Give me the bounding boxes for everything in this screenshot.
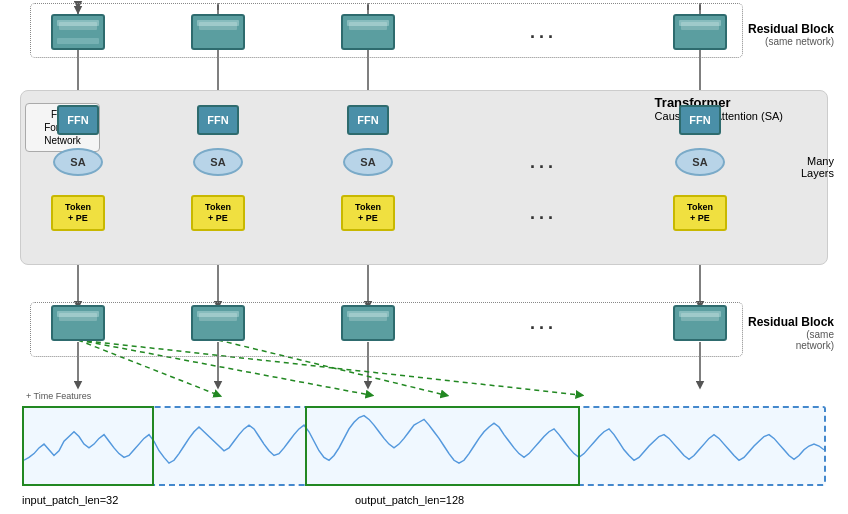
bottom-teal-box-2: [191, 305, 245, 341]
sa-oval-2: SA: [193, 148, 243, 176]
top-teal-box-1: [51, 14, 105, 50]
ffn-box-4: FFN: [679, 105, 721, 135]
sa-oval-3: SA: [343, 148, 393, 176]
ffn-box-3: FFN: [347, 105, 389, 135]
bottom-teal-box-4: [673, 305, 727, 341]
token-pe-2: Token + PE: [191, 195, 245, 231]
token-dots: ...: [530, 203, 557, 224]
token-pe-4: Token + PE: [673, 195, 727, 231]
bottom-teal-box-1: [51, 305, 105, 341]
top-teal-box-2: [191, 14, 245, 50]
chart-area: [22, 406, 826, 486]
token-pe-1: Token + PE: [51, 195, 105, 231]
top-dots: ...: [530, 22, 557, 43]
ffn-box-2: FFN: [197, 105, 239, 135]
chart-svg: [24, 408, 824, 484]
bottom-residual-label: Residual Block (samenetwork): [748, 315, 834, 351]
top-teal-box-4: [673, 14, 727, 50]
time-features-label: + Time Features: [26, 391, 91, 401]
many-layers-label: Many Layers: [801, 155, 834, 179]
bottom-teal-box-3: [341, 305, 395, 341]
diagram-container: ... Residual Block (same network) Transf…: [0, 0, 848, 514]
top-residual-label: Residual Block (same network): [748, 22, 834, 47]
top-teal-box-3: [341, 14, 395, 50]
input-patch-label: input_patch_len=32: [22, 494, 118, 506]
output-patch-label: output_patch_len=128: [355, 494, 464, 506]
token-pe-3: Token + PE: [341, 195, 395, 231]
transformer-dots: ...: [530, 152, 557, 173]
bottom-dots: ...: [530, 313, 557, 334]
sa-oval-1: SA: [53, 148, 103, 176]
sa-oval-4: SA: [675, 148, 725, 176]
ffn-box-1: FFN: [57, 105, 99, 135]
